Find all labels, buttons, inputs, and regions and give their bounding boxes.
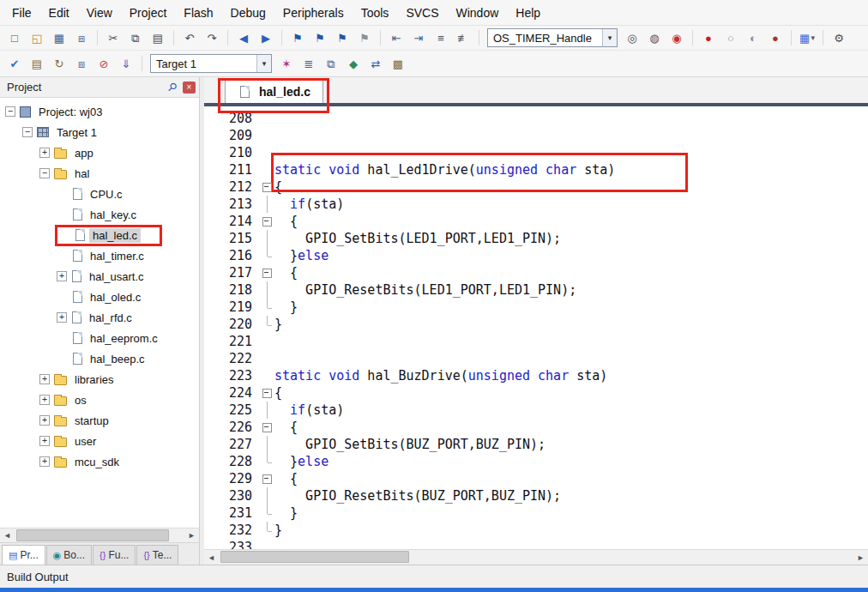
chevron-down-icon[interactable]: ▾ [256,55,271,72]
editor-hscrollbar[interactable]: ◄ ► [204,549,868,565]
menu-flash[interactable]: Flash [175,2,221,24]
menu-svcs[interactable]: SVCS [397,2,447,24]
scroll-right-icon[interactable]: ► [853,550,868,565]
tree-item-hal-oled-c[interactable]: hal_oled.c [0,287,199,307]
copy-icon[interactable]: ⧉ [125,28,146,47]
close-panel-button[interactable]: × [183,82,196,94]
panel-tab-books[interactable]: ◉Bo... [46,545,92,565]
chevron-down-icon[interactable]: ▾ [602,29,617,46]
uncomment-icon[interactable]: ≢ [453,28,473,47]
panel-tab-project[interactable]: ▤Pr... [2,545,45,565]
navigate-back-icon[interactable]: ◀ [233,28,254,47]
expander-minus-icon[interactable]: − [22,127,33,137]
expander-plus-icon[interactable]: + [39,436,50,446]
update-target-icon[interactable]: ⇄ [365,54,386,73]
tree-item-project-wj03[interactable]: −Project: wj03 [0,101,199,122]
bookmark-toggle-icon[interactable]: ⚑ [287,28,308,47]
menu-edit[interactable]: Edit [40,2,78,24]
fold-collapse-icon[interactable] [261,264,274,281]
chevron-down-icon[interactable]: ▾ [811,33,815,42]
kill-all-breakpoints-icon[interactable]: ○ [720,28,741,47]
tree-item-mcu-sdk[interactable]: +mcu_sdk [0,451,199,472]
expander-plus-icon[interactable]: + [39,415,50,426]
fold-collapse-icon[interactable] [261,213,274,230]
bookmark-clear-all-icon[interactable]: ⚑ [354,28,375,47]
save-icon[interactable]: ▦ [49,28,69,47]
panel-tab-functions[interactable]: {}Fu... [93,545,136,565]
tree-item-os[interactable]: +os [0,390,199,410]
expander-minus-icon[interactable]: − [5,106,15,117]
expander-plus-icon[interactable]: + [39,374,50,384]
menu-window[interactable]: Window [448,2,508,24]
undo-icon[interactable]: ↶ [179,28,200,47]
expander-plus-icon[interactable]: + [57,271,67,281]
build-output-bar[interactable]: Build Output [0,565,868,588]
disable-all-breakpoints-icon[interactable]: ● [765,28,786,47]
target-select-combo[interactable]: Target 1▾ [150,54,272,73]
download-icon[interactable]: ⇓ [116,54,136,73]
scroll-track[interactable] [219,550,853,565]
bookmark-prev-icon[interactable]: ⚑ [310,28,330,47]
code-area[interactable]: 208209210211static void hal_Led1Drive(un… [204,106,868,549]
highlight-search-icon[interactable]: ◉ [666,28,687,47]
ok-diamond-icon[interactable]: ◆ [343,54,364,73]
open-file-icon[interactable]: ◱ [27,28,47,47]
batch-build-icon[interactable]: ⧈ [71,54,92,73]
project-panel-hscrollbar[interactable]: ◄ ► [0,528,199,542]
build-icon[interactable]: ▤ [27,54,47,73]
menu-peripherals[interactable]: Peripherals [274,2,353,24]
menu-debug[interactable]: Debug [222,2,274,24]
indent-icon[interactable]: ⇥ [408,28,429,47]
expander-plus-icon[interactable]: + [39,148,50,158]
paste-icon[interactable]: ▤ [148,28,168,47]
redo-icon[interactable]: ↷ [202,28,222,47]
pin-icon[interactable]: ⚲ [163,78,182,97]
tree-item-hal-beep-c[interactable]: hal_beep.c [0,348,199,369]
window-layout-icon[interactable]: ▦▾ [797,28,817,47]
scroll-left-icon[interactable]: ◄ [0,529,15,542]
expander-plus-icon[interactable]: + [57,312,67,323]
menu-file[interactable]: File [3,2,40,24]
scroll-right-icon[interactable]: ► [184,529,199,542]
cut-icon[interactable]: ✂ [103,28,124,47]
bookmark-next-icon[interactable]: ⚑ [332,28,353,47]
expander-plus-icon[interactable]: + [39,395,50,405]
fold-collapse-icon[interactable] [261,178,274,196]
menu-project[interactable]: Project [121,2,176,24]
fold-collapse-icon[interactable] [261,419,274,436]
expander-minus-icon[interactable]: − [39,168,50,178]
scroll-track[interactable] [15,529,184,542]
tree-item-startup[interactable]: +startup [0,410,199,431]
file-extensions-icon[interactable]: ⧉ [321,54,341,73]
tree-item-hal-rfd-c[interactable]: +hal_rfd.c [0,307,199,328]
menu-help[interactable]: Help [507,2,549,24]
stop-build-icon[interactable]: ⊘ [93,54,114,73]
tree-item-hal-led-c[interactable]: hal_led.c [0,225,199,245]
pack-installer-icon[interactable]: ▩ [388,54,408,73]
tree-item-app[interactable]: +app [0,142,199,163]
manage-project-items-icon[interactable]: ≣ [298,54,319,73]
options-for-target-icon[interactable]: ✶ [276,54,297,73]
tree-item-target-1[interactable]: −Target 1 [0,122,199,142]
translate-file-icon[interactable]: ✔ [4,54,25,73]
enable-disable-breakpoint-icon[interactable]: ◐ [743,28,763,47]
expander-plus-icon[interactable]: + [39,456,50,467]
scroll-thumb[interactable] [16,529,169,541]
fold-collapse-icon[interactable] [261,470,274,487]
tree-item-hal-key-c[interactable]: hal_key.c [0,204,199,225]
unindent-icon[interactable]: ⇤ [386,28,407,47]
new-file-icon[interactable]: □ [4,28,25,47]
navigate-forward-icon[interactable]: ▶ [256,28,276,47]
editor-tab-hal-led[interactable]: hal_led.c [225,80,323,103]
fold-collapse-icon[interactable] [261,384,274,402]
tree-item-hal-eeprom-c[interactable]: hal_eeprom.c [0,328,199,348]
scroll-left-icon[interactable]: ◄ [204,550,219,565]
save-all-icon[interactable]: ⧈ [71,28,92,47]
tree-item-hal-usart-c[interactable]: +hal_usart.c [0,266,199,287]
tree-item-user[interactable]: +user [0,431,199,451]
tree-item-cpu-c[interactable]: CPU.c [0,184,199,204]
expression-combo[interactable]: OS_TIMER_Handle▾ [487,28,618,47]
rebuild-all-icon[interactable]: ↻ [49,54,69,73]
menu-view[interactable]: View [78,2,121,24]
tree-item-hal-timer-c[interactable]: hal_timer.c [0,245,199,266]
